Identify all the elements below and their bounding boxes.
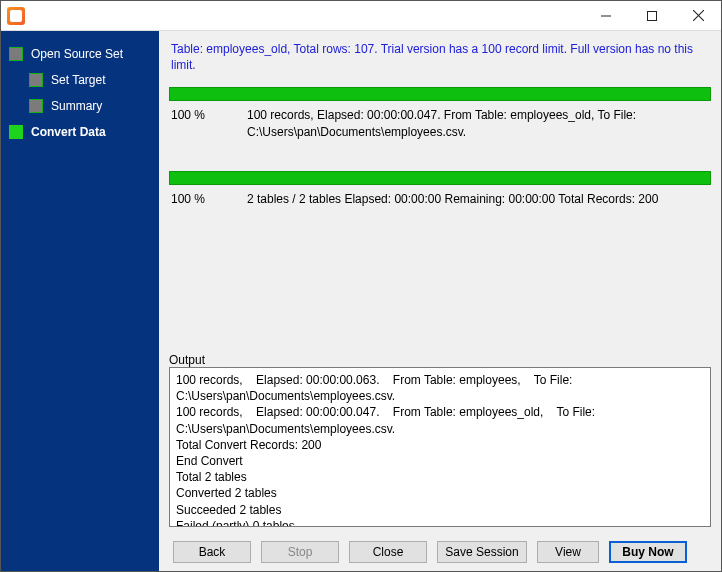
main-panel: Table: employees_old, Total rows: 107. T… bbox=[159, 31, 721, 571]
app-icon bbox=[7, 7, 25, 25]
view-button[interactable]: View bbox=[537, 541, 599, 563]
svg-rect-1 bbox=[648, 11, 657, 20]
overall-progress-details: 2 tables / 2 tables Elapsed: 00:00:00 Re… bbox=[247, 191, 709, 208]
step-set-target[interactable]: Set Target bbox=[1, 67, 159, 93]
step-box-icon bbox=[9, 125, 23, 139]
step-label: Convert Data bbox=[31, 125, 106, 139]
trial-message: Table: employees_old, Total rows: 107. T… bbox=[169, 39, 711, 79]
step-summary[interactable]: Summary bbox=[1, 93, 159, 119]
step-open-source-set[interactable]: Open Source Set bbox=[1, 41, 159, 67]
content-area: Open Source Set Set Target Summary Conve… bbox=[1, 31, 721, 571]
back-button[interactable]: Back bbox=[173, 541, 251, 563]
step-label: Set Target bbox=[51, 73, 105, 87]
table-progress-row: 100 % 100 records, Elapsed: 00:00:00.047… bbox=[169, 101, 711, 143]
overall-progress-row: 100 % 2 tables / 2 tables Elapsed: 00:00… bbox=[169, 185, 711, 210]
overall-progress-percent: 100 % bbox=[171, 191, 231, 208]
minimize-button[interactable] bbox=[583, 1, 629, 30]
buy-now-button[interactable]: Buy Now bbox=[609, 541, 687, 563]
maximize-button[interactable] bbox=[629, 1, 675, 30]
table-progress-details: 100 records, Elapsed: 00:00:00.047. From… bbox=[247, 107, 709, 141]
step-box-icon bbox=[9, 47, 23, 61]
step-box-icon bbox=[29, 73, 43, 87]
overall-progress-bar bbox=[169, 171, 711, 185]
stop-button: Stop bbox=[261, 541, 339, 563]
step-label: Summary bbox=[51, 99, 102, 113]
titlebar bbox=[1, 1, 721, 31]
table-progress-percent: 100 % bbox=[171, 107, 231, 141]
window-controls bbox=[583, 1, 721, 30]
save-session-button[interactable]: Save Session bbox=[437, 541, 527, 563]
close-button[interactable]: Close bbox=[349, 541, 427, 563]
table-progress-bar bbox=[169, 87, 711, 101]
step-convert-data[interactable]: Convert Data bbox=[1, 119, 159, 145]
button-row: Back Stop Close Save Session View Buy No… bbox=[169, 541, 711, 563]
step-label: Open Source Set bbox=[31, 47, 123, 61]
step-box-icon bbox=[29, 99, 43, 113]
output-label: Output bbox=[169, 283, 711, 367]
wizard-sidebar: Open Source Set Set Target Summary Conve… bbox=[1, 31, 159, 571]
close-window-button[interactable] bbox=[675, 1, 721, 30]
output-textarea[interactable]: 100 records, Elapsed: 00:00:00.063. From… bbox=[169, 367, 711, 527]
